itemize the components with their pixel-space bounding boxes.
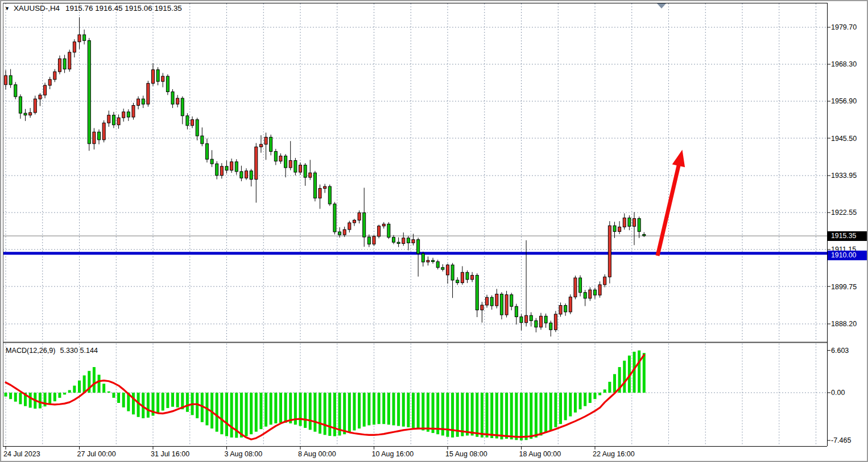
candle-bull xyxy=(589,290,592,298)
candle-bull xyxy=(73,42,76,52)
candle-bear xyxy=(613,226,616,231)
macd-histogram-bar xyxy=(313,393,316,432)
candle-bear xyxy=(274,151,277,161)
candle-bull xyxy=(289,160,292,168)
candle-bear xyxy=(466,272,469,280)
candle-bull xyxy=(58,59,61,72)
macd-axis-label: 0.00 xyxy=(831,389,845,397)
candle-bear xyxy=(363,213,366,237)
time-axis-label: 27 Jul 00:00 xyxy=(77,450,116,458)
macd-histogram-bar xyxy=(230,393,233,438)
candle-bear xyxy=(417,240,420,254)
candle-bull xyxy=(34,99,36,113)
candle-bull xyxy=(39,95,42,99)
macd-histogram-bar xyxy=(461,393,464,436)
macd-histogram-bar xyxy=(392,393,395,425)
macd-histogram-bar xyxy=(421,393,424,430)
candle-bear xyxy=(210,159,213,164)
candle-bear xyxy=(564,305,567,311)
macd-histogram-bar xyxy=(490,393,493,438)
chart-shift-marker-icon[interactable] xyxy=(657,3,666,9)
candle-bear xyxy=(643,235,646,236)
candle-bear xyxy=(235,162,238,172)
candle-bull xyxy=(324,186,326,188)
symbol-period-label: XAUUSD-,H4 xyxy=(14,4,60,13)
price-axis-label: 1956.90 xyxy=(831,97,857,105)
macd-histogram-bar xyxy=(259,393,262,429)
candle-bear xyxy=(515,306,518,317)
candle-bull xyxy=(539,316,542,327)
candle-bear xyxy=(250,171,253,180)
candle-bear xyxy=(201,136,204,144)
candle-bear xyxy=(313,173,316,198)
macd-histogram-bar xyxy=(147,393,150,418)
macd-histogram-bar xyxy=(289,393,292,423)
macd-histogram-bar xyxy=(432,393,435,433)
macd-histogram-bar xyxy=(598,393,601,396)
symbol-dropdown-icon[interactable]: ▼ xyxy=(5,6,10,11)
candle-bull xyxy=(358,213,361,220)
support-price-badge: 1910.00 xyxy=(828,251,868,260)
macd-histogram-bar xyxy=(19,393,22,404)
macd-histogram-bar xyxy=(574,393,577,413)
macd-histogram-bar xyxy=(407,393,410,427)
current-price-badge: 1915.35 xyxy=(828,231,868,241)
candle-bull xyxy=(446,265,449,275)
macd-histogram-bar xyxy=(39,393,42,409)
candle-bull xyxy=(151,70,154,84)
macd-histogram-bar xyxy=(387,393,390,424)
price-axis-label: 1888.20 xyxy=(831,320,857,328)
macd-histogram-bar xyxy=(156,393,159,413)
macd-histogram-bar xyxy=(68,390,71,393)
price-axis-label: 1899.75 xyxy=(831,283,857,291)
candle-bear xyxy=(593,290,596,295)
macd-histogram-bar xyxy=(98,374,101,393)
macd-histogram-bar xyxy=(535,393,538,438)
macd-histogram-bar xyxy=(378,393,381,424)
ohlc-readout: 1915.76 1916.45 1915.06 1915.35 xyxy=(65,4,182,13)
candle-bear xyxy=(181,98,184,116)
macd-histogram-bar xyxy=(284,393,287,423)
macd-histogram-bar xyxy=(481,393,483,438)
macd-histogram-bar xyxy=(589,393,592,403)
macd-histogram-bar xyxy=(427,393,429,432)
macd-histogram-bar xyxy=(319,393,321,434)
candle-bear xyxy=(436,261,439,267)
macd-histogram-bar xyxy=(613,374,616,393)
macd-histogram-bar xyxy=(29,393,32,407)
macd-histogram-bar xyxy=(402,393,405,427)
macd-histogram-bar xyxy=(397,393,400,426)
macd-histogram-bar xyxy=(530,393,532,439)
candle-bear xyxy=(520,317,523,322)
macd-histogram-bar xyxy=(476,393,478,437)
candle-bear xyxy=(421,253,424,262)
chart-canvas[interactable]: 1979.701968.301956.901945.501933.951922.… xyxy=(1,1,868,462)
macd-histogram-bar xyxy=(593,393,596,399)
candle-bull xyxy=(412,240,415,243)
candle-bull xyxy=(245,171,248,178)
candle-bear xyxy=(432,260,435,261)
candle-bear xyxy=(294,160,297,172)
candle-bull xyxy=(319,189,321,198)
macd-histogram-bar xyxy=(171,393,174,407)
candle-bear xyxy=(490,297,493,306)
price-axis-label: 1933.95 xyxy=(831,172,857,180)
price-axis-label: 1979.70 xyxy=(831,23,857,31)
candle-bear xyxy=(407,238,410,243)
macd-histogram-bar xyxy=(348,393,351,432)
macd-histogram-bar xyxy=(220,393,223,434)
macd-indicator-label: MACD(12,26,9)5.330 5.144 xyxy=(6,347,98,355)
candle-bear xyxy=(225,167,228,170)
macd-histogram-bar xyxy=(564,393,567,420)
macd-histogram-bar xyxy=(604,389,606,393)
macd-histogram-bar xyxy=(279,393,282,423)
macd-histogram-bar xyxy=(579,393,582,409)
candle-bull xyxy=(264,137,267,144)
macd-histogram-bar xyxy=(102,384,105,393)
candle-bull xyxy=(299,165,301,172)
macd-histogram-bar xyxy=(358,393,361,428)
trend-arrow-head[interactable] xyxy=(672,150,685,168)
candle-bull xyxy=(348,223,351,230)
time-axis-label: 8 Aug 00:00 xyxy=(298,450,336,458)
candle-bull xyxy=(29,113,32,115)
